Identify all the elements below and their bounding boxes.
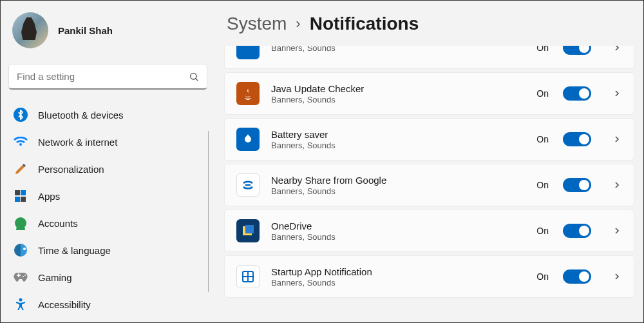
chevron-right-icon <box>612 226 622 236</box>
username: Pankil Shah <box>58 25 113 36</box>
search-input[interactable] <box>17 71 189 82</box>
chevron-right-icon <box>612 88 622 99</box>
app-subtitle: Banners, Sounds <box>271 141 525 150</box>
startup-app-icon <box>236 265 260 288</box>
toggle-status: On <box>536 46 549 53</box>
breadcrumb-current: Notifications <box>310 14 419 34</box>
sidebar-item-bluetooth-devices[interactable]: Bluetooth & devices <box>5 101 211 128</box>
main-content: System › Notifications Banners, Sounds O… <box>215 1 643 322</box>
gamepad-icon <box>14 270 28 284</box>
toggle-status: On <box>536 180 549 190</box>
app-title: Battery saver <box>271 129 525 140</box>
sidebar-item-label: Personalization <box>38 164 104 175</box>
breadcrumb-parent[interactable]: System <box>227 14 287 34</box>
sidebar-item-apps[interactable]: Apps <box>5 182 211 210</box>
svg-point-2 <box>19 299 23 302</box>
app-subtitle: Banners, Sounds <box>271 232 525 242</box>
notifications-list: Banners, Sounds On Java Update Checker B… <box>224 46 634 322</box>
toggle-status: On <box>536 88 549 99</box>
app-title: Startup App Notification <box>271 266 525 277</box>
sidebar-item-accessibility[interactable]: Accessibility <box>5 291 211 318</box>
app-title: Java Update Checker <box>271 83 525 94</box>
sidebar-item-accounts[interactable]: Accounts <box>5 210 211 237</box>
toggle-status: On <box>536 271 549 282</box>
brush-icon <box>14 162 28 176</box>
app-row[interactable]: Banners, Sounds On <box>224 46 634 69</box>
toggle-status: On <box>536 226 549 236</box>
sidebar-item-personalization[interactable]: Personalization <box>5 155 211 182</box>
app-subtitle: Banners, Sounds <box>271 278 525 288</box>
nav: Bluetooth & devices Network & internet P… <box>1 101 215 318</box>
search-box[interactable] <box>8 64 207 90</box>
toggle-switch[interactable] <box>563 132 591 146</box>
app-title: Nearby Share from Google <box>271 175 525 186</box>
breadcrumb: System › Notifications <box>224 14 634 34</box>
app-subtitle: Banners, Sounds <box>271 46 525 53</box>
apps-icon <box>14 189 28 203</box>
toggle-switch[interactable] <box>563 269 591 284</box>
search-icon <box>189 72 199 82</box>
sidebar-item-network-internet[interactable]: Network & internet <box>5 128 211 155</box>
toggle-status: On <box>536 134 549 144</box>
app-subtitle: Banners, Sounds <box>271 95 525 104</box>
sidebar-item-label: Accessibility <box>38 299 91 310</box>
sidebar-item-label: Bluetooth & devices <box>38 110 124 121</box>
app-row[interactable]: Nearby Share from Google Banners, Sounds… <box>224 164 634 206</box>
person-icon <box>14 216 28 230</box>
sidebar-item-gaming[interactable]: Gaming <box>5 264 211 291</box>
app-row[interactable]: Battery saver Banners, Sounds On <box>224 118 634 161</box>
svg-rect-4 <box>245 225 254 233</box>
sidebar-item-label: Network & internet <box>38 137 117 148</box>
app-icon <box>236 46 260 59</box>
sidebar-item-label: Gaming <box>38 272 72 283</box>
chevron-right-icon <box>612 271 622 282</box>
chevron-right-icon <box>612 134 622 144</box>
onedrive-icon <box>236 219 260 242</box>
app-row[interactable]: Java Update Checker Banners, Sounds On <box>224 72 634 115</box>
chevron-right-icon <box>612 46 622 53</box>
bluetooth-icon <box>14 108 28 122</box>
toggle-switch[interactable] <box>563 46 591 55</box>
java-icon <box>236 82 260 105</box>
app-row[interactable]: Startup App Notification Banners, Sounds… <box>224 255 634 298</box>
sidebar-item-label: Apps <box>38 191 60 202</box>
app-row[interactable]: OneDrive Banners, Sounds On <box>224 210 634 252</box>
scrollbar[interactable] <box>208 131 209 292</box>
sidebar-item-label: Accounts <box>38 218 78 229</box>
svg-point-0 <box>191 73 196 79</box>
nearby-share-icon <box>236 173 260 197</box>
accessibility-icon <box>14 297 28 311</box>
battery-saver-icon <box>236 128 260 151</box>
globe-clock-icon <box>14 243 28 257</box>
sidebar-item-time-language[interactable]: Time & language <box>5 237 211 264</box>
avatar <box>12 12 48 48</box>
toggle-switch[interactable] <box>563 224 591 238</box>
toggle-switch[interactable] <box>563 178 591 192</box>
sidebar: Pankil Shah Bluetooth & devices Network … <box>1 1 215 322</box>
svg-line-1 <box>196 78 198 80</box>
profile[interactable]: Pankil Shah <box>1 7 215 60</box>
wifi-icon <box>14 135 28 149</box>
toggle-switch[interactable] <box>563 86 591 101</box>
app-title: OneDrive <box>271 220 525 231</box>
app-subtitle: Banners, Sounds <box>271 186 525 196</box>
sidebar-item-label: Time & language <box>38 245 111 256</box>
chevron-right-icon <box>612 180 622 190</box>
chevron-right-icon: › <box>296 15 300 32</box>
